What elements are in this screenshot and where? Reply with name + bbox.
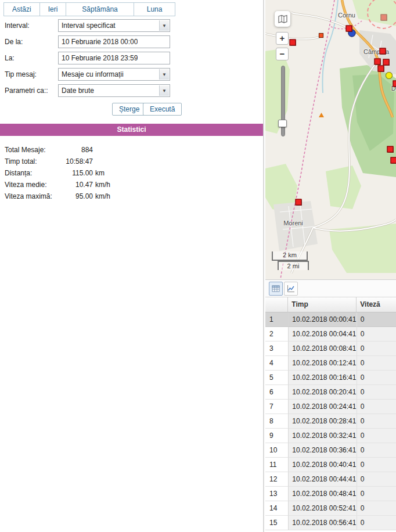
stat-unit: km [95, 169, 105, 177]
tab-2[interactable]: Săptămâna [66, 2, 134, 16]
stats-list: Total Mesaje:884Timp total:10:58:47Dista… [5, 144, 249, 202]
table-row[interactable]: 1110.02.2018 00:40:410 [265, 458, 396, 472]
messages-grid-panel: Timp Viteză 110.02.2018 00:00:410210.02.… [265, 279, 396, 532]
time-cell: 10.02.2018 00:32:41 [289, 429, 357, 443]
map-marker-red-small[interactable] [319, 33, 323, 38]
speed-cell: 0 [357, 414, 396, 429]
query-panel: AstăziIeriSăptămânaLuna Interval: Interv… [0, 0, 264, 532]
table-row[interactable]: 1410.02.2018 00:52:410 [265, 501, 396, 516]
stat-label: Timp total: [5, 157, 61, 166]
table-row[interactable]: 210.02.2018 00:04:410 [265, 327, 396, 342]
row-number-cell: 13 [265, 487, 289, 501]
to-date-value: 10 Februarie 2018 23:59 [62, 54, 138, 62]
table-row[interactable]: 510.02.2018 00:16:410 [265, 371, 396, 385]
table-row[interactable]: 810.02.2018 00:28:410 [265, 414, 396, 429]
speed-cell: 0 [357, 356, 396, 371]
to-date-input[interactable]: 10 Februarie 2018 23:59 [58, 52, 170, 64]
params-select[interactable]: Date brute ▼ [58, 84, 170, 97]
table-view-icon [272, 285, 280, 293]
speed-cell: 0 [357, 516, 396, 530]
stat-label: Distanța: [5, 169, 61, 177]
row-number-cell: 6 [265, 385, 289, 400]
table-view-button[interactable] [269, 282, 283, 296]
stat-value: 95.00 [61, 192, 93, 200]
time-cell: 10.02.2018 00:08:41 [289, 342, 357, 356]
layers-button[interactable] [275, 11, 290, 27]
message-type-select[interactable]: Mesaje cu informații ▼ [58, 68, 170, 81]
time-cell: 10.02.2018 00:48:41 [289, 487, 357, 501]
scale-mi: 2 mi [278, 261, 309, 270]
speed-cell: 0 [357, 472, 396, 487]
map-marker-red[interactable] [346, 26, 352, 32]
message-type-value: Mesaje cu informații [62, 70, 124, 78]
app-window: AstăziIeriSăptămânaLuna Interval: Interv… [0, 0, 396, 532]
time-column-header[interactable]: Timp [288, 297, 357, 312]
stat-value: 10.47 [61, 181, 93, 189]
table-row[interactable]: 1010.02.2018 00:36:410 [265, 443, 396, 458]
table-row[interactable]: 310.02.2018 00:08:410 [265, 342, 396, 356]
row-number-cell: 4 [265, 356, 289, 371]
time-cell: 10.02.2018 00:28:41 [289, 414, 357, 429]
table-row[interactable]: 1510.02.2018 00:56:410 [265, 516, 396, 530]
chevron-down-icon: ▼ [159, 20, 169, 31]
row-number-column-header[interactable] [265, 297, 288, 312]
stat-row: Viteza maximă:95.00km/h [5, 190, 249, 202]
map-marker-red-faded[interactable] [381, 15, 387, 21]
scale-km: 2 km [272, 251, 308, 261]
time-cell: 10.02.2018 00:44:41 [289, 472, 357, 487]
interval-value: Interval specificat [62, 21, 116, 30]
zoom-in-button[interactable]: + [276, 32, 289, 45]
execute-button[interactable]: Execută [143, 103, 182, 116]
table-row[interactable]: 110.02.2018 00:00:410 [265, 312, 396, 327]
map-marker-red[interactable] [393, 81, 396, 87]
map-canvas[interactable]: CornuCâmpinaMoreniDi + − 2 km 2 mi [265, 0, 396, 279]
time-cell: 10.02.2018 00:16:41 [289, 371, 357, 385]
params-value: Date brute [62, 87, 94, 95]
table-row[interactable]: 410.02.2018 00:12:410 [265, 356, 396, 371]
map-marker-red[interactable] [290, 39, 296, 46]
map-marker-red[interactable] [296, 199, 302, 206]
map-marker-red[interactable] [391, 157, 396, 164]
chart-view-button[interactable] [284, 282, 298, 296]
table-row[interactable]: 1310.02.2018 00:48:410 [265, 487, 396, 501]
tab-3[interactable]: Luna [134, 2, 176, 16]
map-marker-red[interactable] [375, 59, 381, 65]
from-date-input[interactable]: 10 Februarie 2018 00:00 [58, 35, 170, 48]
params-label: Parametri ca:: [5, 87, 48, 95]
chevron-down-icon: ▼ [159, 69, 169, 80]
map-place-label: Cornu [338, 12, 355, 19]
speed-cell: 0 [357, 342, 396, 356]
clear-button[interactable]: Șterge [112, 103, 146, 116]
zoom-out-button[interactable]: − [276, 48, 289, 60]
message-type-label: Tip mesaj: [5, 70, 37, 78]
to-label: La: [5, 54, 15, 62]
row-number-cell: 15 [265, 516, 289, 530]
row-number-cell: 2 [265, 327, 289, 342]
row-number-cell: 7 [265, 400, 289, 414]
map-marker-red[interactable] [383, 59, 390, 66]
time-cell: 10.02.2018 00:36:41 [289, 443, 357, 458]
map-marker-red[interactable] [378, 66, 384, 72]
stat-label: Viteza maximă: [5, 192, 61, 200]
table-row[interactable]: 610.02.2018 00:20:410 [265, 385, 396, 400]
map-marker-red[interactable] [380, 48, 386, 55]
grid-header: Timp Viteză [265, 297, 396, 312]
speed-cell: 0 [357, 327, 396, 342]
zoom-slider-handle[interactable] [278, 120, 287, 127]
chevron-down-icon: ▼ [159, 85, 169, 96]
tab-1[interactable]: Ieri [39, 2, 67, 16]
stat-row: Total Mesaje:884 [5, 144, 249, 156]
row-number-cell: 11 [265, 458, 289, 472]
speed-column-header[interactable]: Viteză [357, 297, 396, 312]
table-row[interactable]: 710.02.2018 00:24:410 [265, 400, 396, 414]
tab-0[interactable]: Astăzi [3, 2, 40, 16]
map-marker-yellow[interactable] [386, 72, 393, 79]
interval-select[interactable]: Interval specificat ▼ [58, 19, 170, 32]
row-number-cell: 3 [265, 342, 289, 356]
table-row[interactable]: 910.02.2018 00:32:410 [265, 429, 396, 443]
stat-value: 884 [61, 146, 93, 154]
map-marker-red[interactable] [387, 146, 394, 153]
map-scale: 2 km 2 mi [272, 251, 309, 270]
table-row[interactable]: 1210.02.2018 00:44:410 [265, 472, 396, 487]
stat-row: Viteza medie:10.47km/h [5, 179, 249, 190]
